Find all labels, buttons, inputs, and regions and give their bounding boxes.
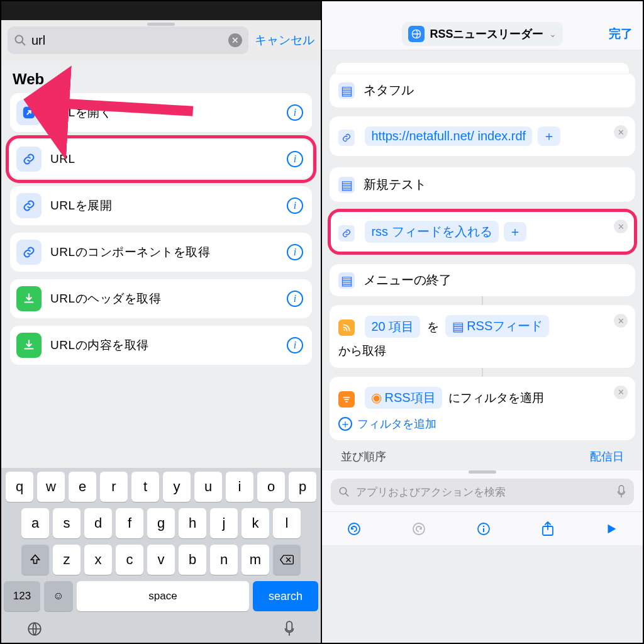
keyboard-accessory <box>1 615 321 643</box>
key-s[interactable]: s <box>53 508 80 538</box>
add-variable-icon[interactable]: ＋ <box>504 222 526 242</box>
result-expand-url[interactable]: URLを展開 i <box>10 186 312 225</box>
info-icon[interactable]: i <box>287 291 303 307</box>
key-f[interactable]: f <box>116 508 143 538</box>
result-url-headers[interactable]: URLのヘッダを取得 i <box>10 279 312 318</box>
key-u[interactable]: u <box>194 472 222 502</box>
key-y[interactable]: y <box>163 472 191 502</box>
mic-icon[interactable] <box>616 485 626 499</box>
menu-item-card[interactable]: ▤新規テスト <box>330 167 635 202</box>
search-input[interactable] <box>31 33 223 48</box>
search-field[interactable]: ✕ <box>8 26 248 54</box>
feed-chip[interactable]: ▤RSSフィード <box>445 315 549 337</box>
done-button[interactable]: 完了 <box>609 26 633 42</box>
close-icon[interactable]: ✕ <box>614 125 628 139</box>
svg-rect-6 <box>287 621 292 631</box>
link-icon <box>16 193 42 218</box>
rss-icon <box>338 319 355 336</box>
result-url-contents[interactable]: URLの内容を取得 i <box>10 326 312 365</box>
key-b[interactable]: b <box>179 545 206 575</box>
sheet-grabber[interactable] <box>469 470 496 474</box>
count-chip[interactable]: 20 項目 <box>365 316 420 338</box>
svg-rect-19 <box>483 528 484 532</box>
add-variable-icon[interactable]: ＋ <box>538 126 560 146</box>
key-x[interactable]: x <box>84 545 112 575</box>
key-a[interactable]: a <box>21 508 49 538</box>
rss-items-chip[interactable]: ◉RSS項目 <box>365 387 441 409</box>
key-k[interactable]: k <box>242 508 269 538</box>
svg-rect-14 <box>619 486 623 494</box>
svg-point-16 <box>413 523 425 535</box>
result-url-components[interactable]: URLのコンポーネントを取得 i <box>10 233 312 272</box>
mic-icon[interactable] <box>283 621 296 637</box>
results-list: URLを開く i URL i URLを展開 i URLのコンポーネントを取得 i <box>1 93 321 365</box>
cancel-button[interactable]: キャンセル <box>255 32 314 48</box>
filter-card[interactable]: ✕ ◉RSS項目 にフィルタを適用 ＋ フィルタを追加 <box>330 377 635 441</box>
shortcut-title: RSSニュースリーダー <box>430 26 543 42</box>
key-g[interactable]: g <box>147 508 175 538</box>
close-icon[interactable]: ✕ <box>614 386 628 399</box>
section-header: Web <box>1 62 321 93</box>
key-w[interactable]: w <box>37 472 65 502</box>
shift-key[interactable] <box>21 545 49 575</box>
svg-line-13 <box>345 493 348 496</box>
url-chip[interactable]: https://netafull.net/ index.rdf <box>365 126 532 146</box>
info-icon[interactable]: i <box>287 104 303 121</box>
key-l[interactable]: l <box>273 508 301 538</box>
result-url[interactable]: URL i <box>10 140 312 179</box>
key-j[interactable]: j <box>210 508 238 538</box>
svg-point-18 <box>483 525 484 526</box>
share-icon[interactable] <box>541 521 555 537</box>
menu-item-card[interactable]: ▤ネタフル <box>330 73 635 108</box>
url-placeholder-card[interactable]: ✕ rss フィードを入れる ＋ <box>330 211 635 253</box>
result-label: URLのコンポーネントを取得 <box>50 244 278 260</box>
key-t[interactable]: t <box>131 472 159 502</box>
sort-row[interactable]: 並び順序 配信日 <box>330 440 635 465</box>
key-o[interactable]: o <box>257 472 285 502</box>
key-c[interactable]: c <box>116 545 143 575</box>
end-menu-card[interactable]: ▤メニューの終了 <box>330 264 635 296</box>
header: RSSニュースリーダー ⌄ 完了 <box>322 18 643 50</box>
info-icon[interactable]: i <box>287 197 303 214</box>
clear-icon[interactable]: ✕ <box>228 33 242 47</box>
space-key[interactable]: space <box>77 581 249 611</box>
shortcut-title-chip[interactable]: RSSニュースリーダー ⌄ <box>402 22 562 46</box>
info-icon[interactable] <box>476 521 491 536</box>
info-icon[interactable]: i <box>287 337 303 353</box>
key-d[interactable]: d <box>84 508 112 538</box>
key-n[interactable]: n <box>210 545 238 575</box>
info-icon[interactable]: i <box>287 151 303 167</box>
undo-icon[interactable] <box>347 521 362 536</box>
placeholder-chip[interactable]: rss フィードを入れる <box>365 221 498 243</box>
emoji-key[interactable]: ☺ <box>44 581 73 611</box>
close-icon[interactable]: ✕ <box>614 219 628 233</box>
key-v[interactable]: v <box>147 545 175 575</box>
keyboard[interactable]: q w e r t y u i o p a s d f g h j k l <box>1 468 321 643</box>
key-m[interactable]: m <box>242 545 269 575</box>
run-icon[interactable] <box>604 522 618 536</box>
get-rss-items-card[interactable]: ✕ 20 項目 を ▤RSSフィード から取得 <box>330 305 635 368</box>
key-e[interactable]: e <box>69 472 96 502</box>
close-icon[interactable]: ✕ <box>614 314 628 328</box>
backspace-key[interactable] <box>273 545 301 575</box>
plus-icon: ＋ <box>338 417 352 431</box>
add-filter-button[interactable]: ＋ フィルタを追加 <box>338 416 626 431</box>
info-icon[interactable]: i <box>287 244 303 260</box>
download-icon <box>16 286 42 311</box>
key-i[interactable]: i <box>226 472 253 502</box>
toolbar <box>322 511 643 545</box>
key-z[interactable]: z <box>53 545 80 575</box>
result-open-url[interactable]: URLを開く i <box>10 93 312 132</box>
key-p[interactable]: p <box>289 472 316 502</box>
key-q[interactable]: q <box>6 472 33 502</box>
globe-icon[interactable] <box>26 621 43 637</box>
key-r[interactable]: r <box>100 472 128 502</box>
chevron-down-icon: ⌄ <box>549 29 557 39</box>
action-search[interactable]: アプリおよびアクションを検索 <box>331 479 634 505</box>
numbers-key[interactable]: 123 <box>4 581 40 611</box>
sheet-grabber[interactable] <box>147 23 175 26</box>
url-value-card[interactable]: ✕ https://netafull.net/ index.rdf ＋ <box>330 116 635 156</box>
key-h[interactable]: h <box>179 508 206 538</box>
search-key[interactable]: search <box>253 581 318 611</box>
sort-value[interactable]: 配信日 <box>590 449 624 464</box>
